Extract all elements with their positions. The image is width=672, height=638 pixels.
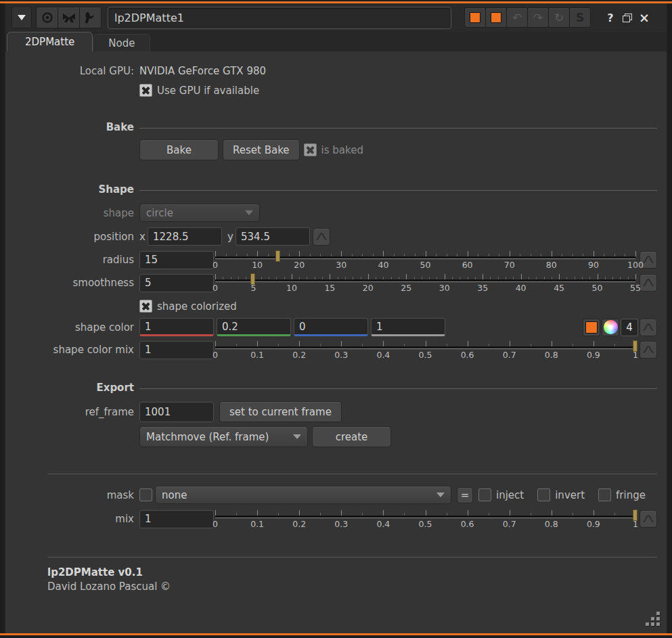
slider-handle[interactable] <box>633 340 637 352</box>
bake-button[interactable]: Bake <box>139 139 219 160</box>
bake-group-header: Bake <box>5 121 139 133</box>
radius-input[interactable] <box>139 251 214 269</box>
export-preset-select[interactable]: Matchmove (Ref. frame) <box>139 426 308 447</box>
position-x-input[interactable] <box>148 227 222 246</box>
help-icon: ? <box>607 12 613 24</box>
gl-color-swatch <box>491 12 501 23</box>
revert-button[interactable]: ↻ <box>548 7 570 28</box>
shape-color-picker-button[interactable] <box>602 319 619 336</box>
is-baked-checkbox[interactable] <box>304 143 317 156</box>
ref-frame-input[interactable] <box>139 402 214 422</box>
shape-colorized-checkbox[interactable] <box>139 300 152 313</box>
redo-icon: ↷ <box>533 11 543 24</box>
fringe-label: fringe <box>616 489 646 501</box>
center-node-button[interactable] <box>36 7 58 28</box>
shape-select-value: circle <box>146 207 240 219</box>
plugin-title: lp2DPMatte v0.1 <box>47 566 657 578</box>
slider-handle[interactable] <box>250 273 255 285</box>
shape-color-animation-button[interactable] <box>640 319 657 336</box>
position-label: position <box>5 231 139 243</box>
redo-button[interactable]: ↷ <box>527 7 549 28</box>
shape-color-label: shape color <box>5 321 139 334</box>
position-animation-button[interactable] <box>313 228 330 246</box>
create-button[interactable]: create <box>312 426 391 447</box>
node-display-button[interactable] <box>58 7 80 28</box>
gl-color-button[interactable] <box>485 7 507 28</box>
node-color-swatch <box>470 12 480 23</box>
parameters-panel: Local GPU: NVIDIA GeForce GTX 980 Use GP… <box>5 51 667 633</box>
chevron-down-icon <box>293 434 301 439</box>
undo-icon: ↶ <box>512 11 522 24</box>
slider-groove <box>215 279 635 282</box>
shape-color-swatch-button[interactable] <box>583 319 600 336</box>
tab-2dpmatte[interactable]: 2DPMatte <box>7 32 93 51</box>
panel-focus-border-bottom <box>0 633 672 635</box>
mix-slider[interactable]: 00.10.20.30.40.50.60.70.80.91 <box>215 509 635 529</box>
export-group-header: Export <box>5 382 139 394</box>
is-baked-label: is baked <box>321 144 363 156</box>
shape-color-alpha-input[interactable] <box>371 318 445 336</box>
slider-tick-labels: 0510152025303540455055 <box>215 283 635 292</box>
close-button[interactable]: × <box>635 7 653 28</box>
shape-group-header: Shape <box>5 183 139 196</box>
ref-frame-label: ref_frame <box>5 406 139 418</box>
smoothness-input[interactable] <box>139 274 214 292</box>
node-color-button[interactable] <box>464 7 486 28</box>
use-gpu-label: Use GPU if available <box>157 85 259 97</box>
set-current-frame-button[interactable]: set to current frame <box>219 401 342 422</box>
plugin-author: David Lozano Pascual © <box>47 580 657 593</box>
slider-groove <box>215 346 635 349</box>
undo-button[interactable]: ↶ <box>506 7 528 28</box>
chevron-down-icon <box>436 493 445 497</box>
shape-color-mix-animation-button[interactable] <box>640 341 657 359</box>
resize-grip[interactable] <box>645 612 660 626</box>
use-gpu-checkbox[interactable] <box>139 84 152 97</box>
tab-label: 2DPMatte <box>25 36 74 48</box>
smoothness-animation-button[interactable] <box>640 274 657 292</box>
curve-icon <box>642 513 655 525</box>
export-preset-value: Matchmove (Ref. frame) <box>146 431 288 443</box>
script-icon: S <box>576 11 584 24</box>
shape-color-mix-input[interactable] <box>139 341 214 359</box>
wrench-icon <box>84 11 97 24</box>
reset-bake-button[interactable]: Reset Bake <box>223 139 300 160</box>
inject-checkbox[interactable] <box>478 488 491 501</box>
fringe-checkbox[interactable] <box>598 488 611 501</box>
tab-node[interactable]: Node <box>93 34 150 51</box>
mix-animation-button[interactable] <box>640 510 657 528</box>
close-icon: × <box>639 10 650 25</box>
shape-color-red-input[interactable] <box>139 318 214 336</box>
float-panel-button[interactable] <box>619 7 636 28</box>
target-icon <box>41 11 54 24</box>
position-y-input[interactable] <box>236 227 310 246</box>
invert-checkbox[interactable] <box>537 488 550 501</box>
script-button[interactable]: S <box>569 7 591 28</box>
radius-slider[interactable]: 0102030405060708090100 <box>215 250 635 270</box>
node-properties-panel: ↶ ↷ ↻ S ? × 2DPMatte <box>5 3 667 633</box>
shape-select[interactable]: circle <box>139 204 260 222</box>
export-group-divider <box>139 388 657 389</box>
mask-channel-select[interactable]: none <box>155 486 451 504</box>
slider-handle[interactable] <box>633 509 637 521</box>
shape-color-green-input[interactable] <box>217 318 291 336</box>
slider-handle[interactable] <box>275 250 280 262</box>
node-name-input[interactable] <box>108 7 451 29</box>
footer-divider <box>47 557 657 557</box>
slider-ticks <box>215 510 635 516</box>
shape-color-channels-button[interactable]: 4 <box>621 319 638 336</box>
shape-color-tools: 4 <box>583 319 657 336</box>
properties-menu-button[interactable] <box>12 7 32 28</box>
mix-input[interactable] <box>139 510 214 528</box>
smoothness-slider[interactable]: 0510152025303540455055 <box>215 273 635 293</box>
bake-group-divider <box>139 128 657 129</box>
manage-knobs-button[interactable] <box>79 7 102 28</box>
titlebar-right-buttons: ↶ ↷ ↻ S ? × <box>465 7 653 28</box>
shape-color-blue-input[interactable] <box>294 318 368 336</box>
slider-ticks <box>215 341 635 346</box>
mask-equals-button[interactable]: = <box>457 487 473 503</box>
slider-tick-labels: 00.10.20.30.40.50.60.70.80.91 <box>215 519 635 528</box>
help-button[interactable]: ? <box>602 7 619 28</box>
mask-enable-checkbox[interactable] <box>139 488 152 501</box>
shape-color-mix-slider[interactable]: 00.10.20.30.40.50.60.70.80.91 <box>215 340 635 360</box>
section-divider <box>47 474 657 474</box>
